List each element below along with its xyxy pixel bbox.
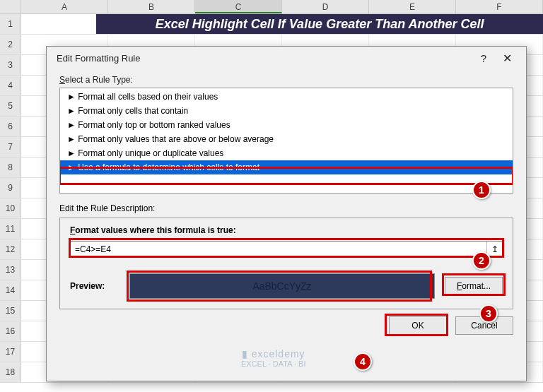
cell[interactable] — [21, 14, 96, 34]
watermark: ▮ exceldemy EXCEL · DATA · BI — [241, 348, 306, 368]
annotation-badge-4: 4 — [354, 352, 372, 371]
rule-type-item[interactable]: ► Format only top or bottom ranked value… — [60, 118, 513, 132]
row-header[interactable]: 2 — [0, 35, 21, 54]
col-header-B[interactable]: B — [108, 0, 195, 13]
col-header-C[interactable]: C — [195, 0, 282, 13]
help-button[interactable]: ? — [474, 52, 494, 64]
ok-button[interactable]: OK — [389, 316, 447, 335]
formula-title: Format values where this formula is true… — [70, 225, 503, 235]
col-header-E[interactable]: E — [369, 0, 456, 13]
annotation-badge-2: 2 — [472, 251, 491, 270]
title-merged-cell[interactable]: Excel Highlight Cell If Value Greater Th… — [96, 14, 543, 34]
row-header[interactable]: 16 — [0, 321, 21, 341]
preview-label: Preview: — [70, 281, 119, 291]
rule-type-item-selected[interactable]: ► Use a formula to determine which cells… — [60, 160, 513, 174]
row-header[interactable]: 18 — [0, 362, 21, 382]
row-header[interactable]: 14 — [0, 280, 21, 300]
row-header[interactable]: 10 — [0, 198, 21, 218]
row-header[interactable]: 15 — [0, 301, 21, 321]
annotation-badge-3: 3 — [479, 304, 498, 323]
row-header[interactable]: 1 — [0, 14, 21, 34]
row-header[interactable]: 9 — [0, 178, 21, 198]
row-header[interactable]: 13 — [0, 260, 21, 280]
rule-type-item[interactable]: ► Format only values that are above or b… — [60, 132, 513, 146]
select-rule-type-label: Select a Rule Type: — [59, 75, 513, 85]
rule-type-item[interactable]: ► Format only unique or duplicate values — [60, 146, 513, 160]
format-button[interactable]: Format... — [445, 277, 503, 295]
dialog-footer: OK Cancel — [47, 316, 526, 345]
preview-sample: AaBbCcYyZz — [129, 273, 435, 299]
col-header-D[interactable]: D — [282, 0, 369, 13]
formula-input[interactable] — [71, 242, 486, 257]
row-header[interactable]: 3 — [0, 55, 21, 75]
row-header[interactable]: 11 — [0, 219, 21, 239]
rule-type-item[interactable]: ► Format only cells that contain — [60, 104, 513, 118]
formula-input-wrap: ↥ — [70, 241, 503, 258]
row-header[interactable]: 12 — [0, 239, 21, 259]
select-all-corner[interactable] — [0, 0, 21, 13]
column-header-row: A B C D E F — [0, 0, 543, 14]
col-header-A[interactable]: A — [21, 0, 108, 13]
close-icon[interactable]: ✕ — [494, 52, 520, 65]
row-header[interactable]: 8 — [0, 158, 21, 177]
row-header[interactable]: 6 — [0, 117, 21, 136]
row-header[interactable]: 4 — [0, 76, 21, 95]
annotation-badge-1: 1 — [472, 181, 491, 199]
rule-type-item[interactable]: ► Format all cells based on their values — [60, 90, 513, 104]
dialog-titlebar[interactable]: Edit Formatting Rule ? ✕ — [47, 47, 526, 69]
row-header[interactable]: 17 — [0, 342, 21, 362]
rule-type-list[interactable]: ► Format all cells based on their values… — [59, 88, 513, 194]
col-header-F[interactable]: F — [456, 0, 543, 13]
row-header[interactable]: 7 — [0, 137, 21, 157]
dialog-title: Edit Formatting Rule — [57, 53, 474, 64]
row-header[interactable]: 5 — [0, 96, 21, 116]
edit-rule-description-label: Edit the Rule Description: — [59, 203, 513, 213]
edit-formatting-rule-dialog: Edit Formatting Rule ? ✕ Select a Rule T… — [46, 46, 527, 381]
preview-row: Preview: AaBbCcYyZz Format... — [70, 273, 503, 299]
rule-description-box: Format values where this formula is true… — [59, 218, 513, 309]
